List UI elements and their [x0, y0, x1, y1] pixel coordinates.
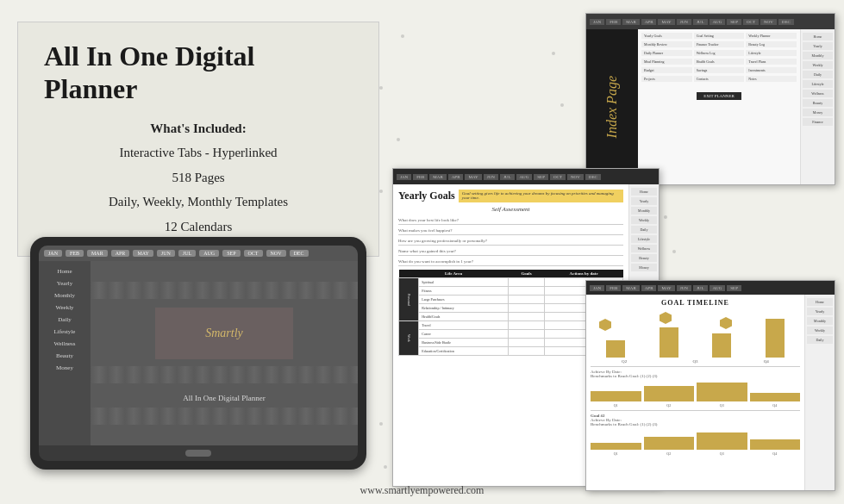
tablet-tab-may[interactable]: MAY [133, 250, 153, 257]
goals-sidebar-daily[interactable]: Daily [631, 226, 657, 233]
index-sidebar-yearly[interactable]: Yearly [803, 42, 833, 50]
index-sidebar-home[interactable]: Home [803, 33, 833, 40]
goals-sidebar-wellness[interactable]: Wellness [631, 245, 657, 252]
timeline-tab-may[interactable]: MAY [658, 285, 674, 291]
timeline-tab-feb[interactable]: FEB [606, 285, 621, 291]
timeline-tab-jun[interactable]: JUN [677, 285, 691, 291]
goals-tab-oct[interactable]: OCT [550, 174, 566, 180]
index-sidebar-weekly[interactable]: Weekly [803, 61, 833, 69]
tablet-tab-jan[interactable]: JAN [44, 250, 62, 257]
timeline-tab-jan[interactable]: JAN [590, 285, 604, 291]
goals-tab-jun[interactable]: JUN [484, 174, 498, 180]
feature-1: Interactive Tabs - Hyperlinked [44, 140, 353, 165]
goals-q5: What do you want to accomplish in 1 year… [398, 258, 623, 266]
index-tab-mar[interactable]: MAR [622, 19, 639, 25]
tablet-nav-yearly[interactable]: Yearly [57, 280, 72, 287]
tablet-tab-oct[interactable]: OCT [244, 250, 263, 257]
footer-url: www.smartlyempowered.com [360, 484, 485, 496]
exit-planner-btn[interactable]: EXIT PLANNER [697, 92, 741, 100]
timeline-sidebar-weekly[interactable]: Weekly [807, 327, 833, 334]
tablet-nav-weekly[interactable]: Weekly [55, 304, 73, 311]
index-sidebar-money[interactable]: Money [803, 109, 833, 116]
index-sidebar-daily[interactable]: Daily [803, 71, 833, 78]
tablet-tab-feb[interactable]: FEB [66, 250, 84, 257]
timeline-sidebar-yearly[interactable]: Yearly [807, 308, 833, 315]
bar-q4 [766, 319, 785, 358]
tablet-tab-mar[interactable]: MAR [87, 250, 108, 257]
goals-title: Yearly Goals [398, 190, 455, 202]
timeline-tab-sep[interactable]: SEP [727, 285, 741, 291]
tablet-home-button[interactable] [185, 450, 211, 457]
tablet-tab-apr[interactable]: APR [111, 250, 130, 257]
goals-tab-apr[interactable]: APR [448, 174, 464, 180]
goals-tab-dec[interactable]: DEC [585, 174, 601, 180]
index-cell: Finance Tracker [694, 41, 745, 47]
timeline-sidebar-monthly[interactable]: Monthly [807, 317, 833, 325]
tablet-tab-sep[interactable]: SEP [222, 250, 240, 257]
timeline-tab-jul[interactable]: JUL [693, 285, 708, 291]
index-right-sidebar: Home Yearly Monthly Weekly Daily Lifesty… [800, 29, 835, 184]
index-sidebar-wellness[interactable]: Wellness [803, 90, 833, 97]
goals-sidebar-weekly[interactable]: Weekly [631, 216, 657, 224]
index-tab-may[interactable]: MAY [658, 19, 674, 25]
goals-tab-sep[interactable]: SEP [534, 174, 548, 180]
tablet-nav-daily[interactable]: Daily [58, 316, 72, 323]
goals-tab-jul[interactable]: JUL [500, 174, 515, 180]
goals-tab-mar[interactable]: MAR [429, 174, 446, 180]
tablet-nav-home[interactable]: Home [57, 268, 72, 275]
tablet-tab-nov[interactable]: NOV [266, 250, 286, 257]
tablet-mockup: JAN FEB MAR APR MAY JUN JUL AUG SEP OCT … [30, 237, 366, 470]
index-tab-jan[interactable]: JAN [590, 19, 604, 25]
tablet-tab-aug[interactable]: AUG [199, 250, 219, 257]
goal2-bar-q4 [750, 439, 801, 450]
goals-q3: How are you growing professionally or pe… [398, 237, 623, 246]
tablet-nav-lifestyle[interactable]: Lifestyle [54, 328, 76, 335]
goal2-chart [591, 428, 800, 450]
index-tab-sep[interactable]: SEP [727, 19, 741, 25]
goals-sidebar-money[interactable]: Money [631, 264, 657, 271]
goals-tab-nov[interactable]: NOV [567, 174, 584, 180]
goals-tab-aug[interactable]: AUG [516, 174, 533, 180]
timeline-tab-aug[interactable]: AUG [710, 285, 726, 291]
goals-tab-jan[interactable]: JAN [397, 174, 411, 180]
index-sidebar-beauty[interactable]: Beauty [803, 99, 833, 107]
index-sidebar-lifestyle[interactable]: Lifestyle [803, 80, 833, 88]
goals-sidebar-home[interactable]: Home [631, 188, 657, 196]
goals-sidebar-beauty[interactable]: Beauty [631, 254, 657, 262]
index-tab-dec[interactable]: DEC [778, 19, 794, 25]
timeline-sidebar-daily[interactable]: Daily [807, 336, 833, 344]
goals-sidebar-yearly[interactable]: Yearly [631, 197, 657, 205]
index-tab-nov[interactable]: NOV [760, 19, 777, 25]
goals-tab-feb[interactable]: FEB [413, 174, 428, 180]
row-career-goal [508, 330, 544, 339]
timeline-sidebar: Home Yearly Monthly Weekly Daily [804, 295, 835, 490]
timeline-sidebar-home[interactable]: Home [807, 298, 833, 306]
tablet-tab-dec[interactable]: DEC [290, 250, 309, 257]
tablet-nav-monthly[interactable]: Monthly [54, 292, 75, 299]
tablet-nav-wellness[interactable]: Wellness [53, 340, 75, 347]
index-tab-oct[interactable]: OCT [743, 19, 759, 25]
index-sidebar-finance[interactable]: Finance [803, 118, 833, 126]
timeline-bar-q3 [697, 333, 747, 358]
goals-sidebar-lifestyle[interactable]: Lifestyle [631, 235, 657, 243]
index-cell: Budget [641, 67, 692, 73]
index-cell: Beauty Log [746, 41, 797, 47]
goals-sidebar-monthly[interactable]: Monthly [631, 207, 657, 215]
index-tab-apr[interactable]: APR [641, 19, 657, 25]
row-spiritual-goal [508, 278, 544, 287]
index-tab-jul[interactable]: JUL [693, 19, 708, 25]
index-tab-aug[interactable]: AUG [710, 19, 726, 25]
tablet-nav-beauty[interactable]: Beauty [56, 352, 73, 359]
index-tab-feb[interactable]: FEB [606, 19, 621, 25]
index-sidebar-monthly[interactable]: Monthly [803, 52, 833, 59]
index-cell: Health Goals [694, 59, 745, 65]
left-panel: All In One Digital Planner What's Includ… [17, 22, 379, 257]
index-tab-jun[interactable]: JUN [677, 19, 691, 25]
goals-section-title: Self Assessment [398, 206, 623, 213]
timeline-tab-apr[interactable]: APR [641, 285, 657, 291]
goals-tab-may[interactable]: MAY [465, 174, 481, 180]
tablet-tab-jun[interactable]: JUN [157, 250, 175, 257]
tablet-nav-money[interactable]: Money [56, 364, 73, 371]
timeline-tab-mar[interactable]: MAR [622, 285, 639, 291]
tablet-tab-jul[interactable]: JUL [178, 250, 196, 257]
